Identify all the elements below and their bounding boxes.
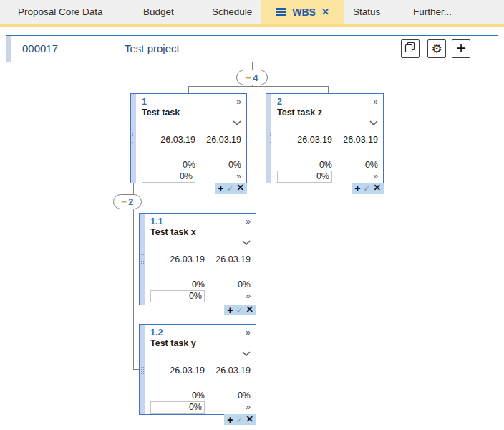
connector-line (133, 183, 134, 370)
chevron-down-icon[interactable] (142, 119, 241, 128)
add-child-icon[interactable]: + (227, 415, 233, 425)
tab-wbs-label: WBS (292, 6, 316, 18)
tab-proposal-core-data[interactable]: Proposal Core Data (18, 0, 103, 24)
chevron-down-icon[interactable] (150, 239, 251, 247)
tab-bar: Proposal Core Data Budget Schedule WBS ✕… (0, 0, 504, 27)
card-percent-left: 0% (142, 160, 195, 171)
delete-icon[interactable]: ✕ (246, 305, 253, 315)
project-header-strip (6, 36, 11, 62)
card-start-date: 26.03.19 (142, 135, 195, 145)
card-content: 1 » Test task 26.03.19 26.03.19 0% 0% 0%… (136, 94, 246, 183)
wbs-card-1-1[interactable]: 1.1 » Test task x 26.03.19 26.03.19 0% 0… (139, 213, 256, 305)
card-drag-handle[interactable] (131, 94, 136, 183)
wbs-card-1[interactable]: 1 » Test task 26.03.19 26.03.19 0% 0% 0%… (130, 93, 247, 183)
chevron-down-icon[interactable] (277, 119, 378, 128)
card-percent-left: 0% (150, 280, 205, 290)
card-start-date: 26.03.19 (277, 135, 332, 145)
add-child-icon[interactable]: + (227, 305, 233, 315)
gear-icon: ⚙ (431, 43, 442, 55)
card-content: 2 » Test task z 26.03.19 26.03.19 0% 0% … (271, 94, 383, 183)
tab-wbs[interactable]: WBS ✕ (261, 0, 344, 24)
card-toolbar: + ✓ ✕ (352, 183, 384, 194)
card-percent-right: 0% (205, 391, 251, 401)
card-end-date: 26.03.19 (205, 366, 251, 376)
card-percent-right: 0% (205, 280, 251, 290)
delete-icon[interactable]: ✕ (374, 183, 381, 193)
card-toolbar: + ✓ ✕ (224, 414, 256, 425)
card-percent-left: 0% (150, 391, 205, 401)
check-icon[interactable]: ✓ (236, 416, 243, 424)
wbs-page: Proposal Core Data Budget Schedule WBS ✕… (0, 0, 504, 430)
connector-line (188, 86, 189, 93)
connector-line (328, 86, 329, 93)
check-icon[interactable]: ✓ (236, 306, 243, 315)
card-end-date: 26.03.19 (332, 135, 378, 145)
expand-icon[interactable]: » (205, 290, 251, 302)
wbs-card-1-2[interactable]: 1.2 » Test task y 26.03.19 26.03.19 0% 0… (139, 324, 256, 415)
tab-underline (0, 24, 504, 27)
collapse-count: 4 (253, 73, 258, 82)
card-drag-handle[interactable] (266, 94, 271, 183)
card-end-date: 26.03.19 (205, 254, 251, 265)
tab-schedule[interactable]: Schedule (212, 0, 252, 24)
card-progress-bar: 0% (142, 171, 195, 183)
copy-button[interactable] (401, 39, 420, 58)
collapse-group-toggle[interactable]: −2 (113, 194, 142, 209)
card-drag-handle[interactable] (140, 325, 145, 414)
expand-icon[interactable]: » (246, 328, 251, 337)
card-title: Test task x (150, 227, 251, 239)
drag-dots-icon (267, 133, 271, 144)
expand-icon[interactable]: » (195, 171, 241, 183)
card-percent-left: 0% (277, 160, 332, 171)
close-tab-icon[interactable]: ✕ (321, 6, 329, 17)
wbs-card-2[interactable]: 2 » Test task z 26.03.19 26.03.19 0% 0% … (266, 93, 384, 183)
add-task-button[interactable]: + (452, 39, 470, 58)
card-title: Test task (142, 108, 241, 119)
card-start-date: 26.03.19 (150, 254, 205, 265)
connector-line (188, 86, 329, 87)
delete-icon[interactable]: ✕ (246, 415, 253, 424)
expand-icon[interactable]: » (332, 171, 378, 183)
copy-icon (404, 42, 416, 56)
card-id: 2 (277, 97, 282, 107)
project-header: 000017 Test project ⚙ + (6, 35, 498, 62)
expand-icon[interactable]: » (236, 97, 241, 106)
card-percent-right: 0% (195, 160, 241, 171)
tab-further[interactable]: Further... (413, 0, 452, 24)
collapse-minus-icon: − (122, 197, 127, 206)
plus-icon: + (456, 39, 466, 57)
expand-icon[interactable]: » (246, 217, 251, 226)
card-id: 1.1 (150, 216, 163, 226)
tab-status[interactable]: Status (353, 0, 380, 24)
card-progress-bar: 0% (150, 290, 205, 302)
drag-dots-icon (132, 133, 135, 144)
collapse-minus-icon: − (246, 73, 252, 82)
settings-button[interactable]: ⚙ (427, 39, 446, 58)
collapse-count: 2 (128, 197, 133, 206)
card-drag-handle[interactable] (140, 214, 145, 305)
add-child-icon[interactable]: + (354, 183, 360, 194)
drag-dots-icon (140, 254, 144, 265)
card-start-date: 26.03.19 (150, 366, 205, 376)
card-content: 1.1 » Test task x 26.03.19 26.03.19 0% 0… (145, 214, 256, 305)
card-percent-right: 0% (332, 160, 378, 171)
check-icon[interactable]: ✓ (363, 184, 370, 193)
card-id: 1 (142, 97, 147, 107)
chevron-down-icon[interactable] (150, 350, 251, 358)
card-title: Test task z (277, 108, 378, 119)
collapse-root-toggle[interactable]: −4 (236, 70, 268, 85)
delete-icon[interactable]: ✕ (237, 183, 244, 193)
add-child-icon[interactable]: + (218, 183, 223, 194)
card-id: 1.2 (150, 328, 163, 338)
card-end-date: 26.03.19 (195, 135, 241, 145)
expand-icon[interactable]: » (373, 97, 378, 106)
tab-budget[interactable]: Budget (143, 0, 174, 24)
menu-icon[interactable] (276, 8, 286, 16)
card-toolbar: + ✓ ✕ (215, 183, 247, 194)
check-icon[interactable]: ✓ (226, 184, 233, 193)
expand-icon[interactable]: » (205, 401, 251, 414)
card-progress-bar: 0% (150, 401, 205, 414)
project-title: Test project (125, 36, 180, 62)
card-toolbar: + ✓ ✕ (224, 305, 256, 315)
card-content: 1.2 » Test task y 26.03.19 26.03.19 0% 0… (145, 325, 256, 414)
